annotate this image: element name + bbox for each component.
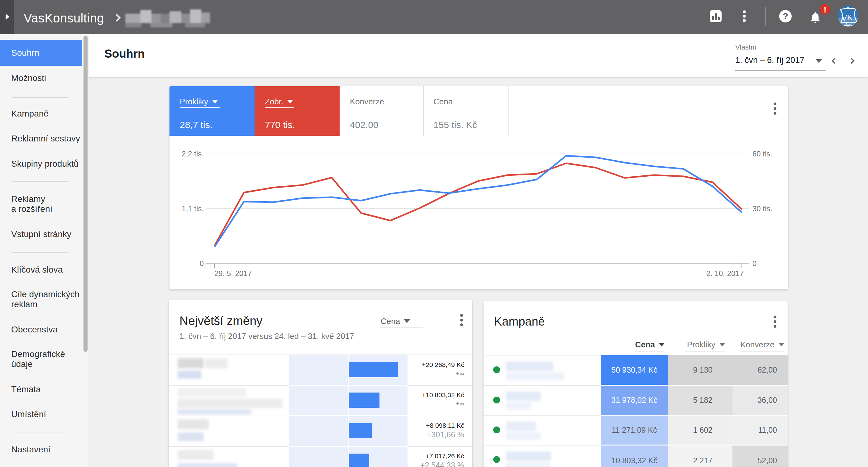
svg-text:2,2 tis.: 2,2 tis. — [182, 150, 204, 158]
svg-text:2. 10. 2017: 2. 10. 2017 — [706, 269, 744, 278]
svg-text:30 tis.: 30 tis. — [752, 205, 772, 213]
svg-text:K: K — [847, 13, 853, 22]
svg-text:29. 5. 2017: 29. 5. 2017 — [214, 269, 252, 278]
svg-text:1,1 tis.: 1,1 tis. — [182, 205, 204, 213]
svg-text:60 tis.: 60 tis. — [752, 150, 772, 158]
svg-text:0: 0 — [752, 259, 756, 268]
svg-text:!: ! — [824, 5, 827, 14]
svg-text:0: 0 — [200, 259, 204, 268]
svg-text:?: ? — [783, 11, 788, 21]
